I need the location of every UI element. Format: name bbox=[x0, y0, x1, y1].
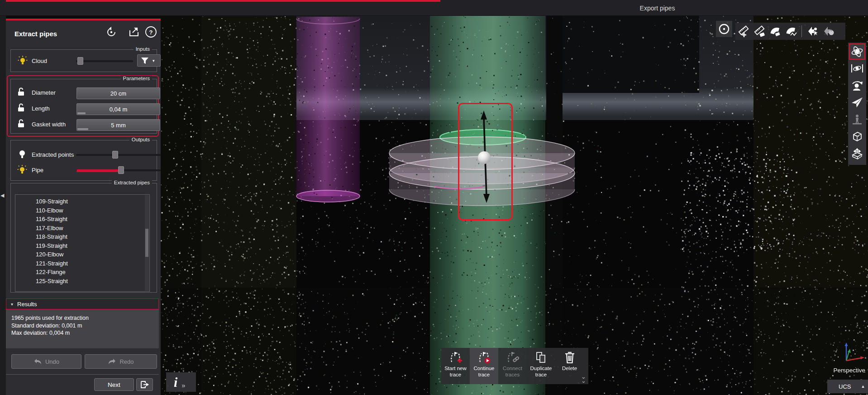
chevron-down-icon: ▾ bbox=[11, 302, 13, 307]
list-item[interactable]: 121-Straight bbox=[15, 259, 149, 268]
filter-caret-icon: ▾ bbox=[153, 58, 155, 63]
list-item[interactable]: 125-Straight bbox=[15, 277, 149, 286]
pipe-opacity-slider[interactable] bbox=[76, 169, 161, 171]
select-annotation-button[interactable] bbox=[805, 23, 820, 40]
export-step-button[interactable] bbox=[136, 378, 153, 391]
orbit-button[interactable] bbox=[849, 43, 865, 60]
extracted-points-slider[interactable] bbox=[76, 154, 161, 156]
trace-btn-label: Start new trace bbox=[444, 366, 467, 378]
point-cloud-viewport[interactable] bbox=[161, 16, 868, 395]
undo-icon bbox=[33, 358, 42, 365]
cloud-filter-dropdown[interactable]: ▾ bbox=[137, 54, 161, 67]
look-around-button[interactable] bbox=[849, 77, 865, 94]
gasket-width-input[interactable]: 5 mm bbox=[76, 119, 160, 131]
delete-trace-button[interactable]: Delete bbox=[555, 348, 584, 384]
constrained-orbit-button[interactable] bbox=[849, 60, 865, 77]
svg-text:?: ? bbox=[149, 29, 153, 36]
list-item[interactable]: 116-Straight bbox=[15, 215, 149, 224]
list-item[interactable]: 110-Elbow bbox=[15, 206, 149, 215]
walk-button[interactable] bbox=[849, 111, 865, 128]
result-points-line: 1965 points used for extraction bbox=[11, 314, 159, 322]
next-button[interactable]: Next bbox=[94, 378, 134, 391]
list-item[interactable]: 109-Straight bbox=[15, 197, 149, 206]
length-fill bbox=[77, 112, 86, 114]
inputs-legend: Inputs bbox=[134, 46, 152, 52]
unlock-icon[interactable] bbox=[17, 119, 25, 128]
fly-button[interactable] bbox=[849, 94, 865, 111]
measure-angle-remove-button[interactable] bbox=[767, 23, 783, 40]
list-scrollbar[interactable] bbox=[145, 195, 149, 291]
extracted-points-label: Extracted points bbox=[32, 151, 74, 158]
ucs-selector[interactable]: UCS ▲ bbox=[827, 380, 868, 393]
axis-gizmo[interactable] bbox=[834, 340, 866, 366]
list-item[interactable]: 120-Elbow bbox=[15, 250, 149, 259]
pipe-slider-fill bbox=[76, 169, 121, 172]
pipe-opacity-thumb[interactable] bbox=[118, 166, 124, 174]
list-item[interactable]: 117-Elbow bbox=[15, 224, 149, 233]
cloud-opacity-slider[interactable] bbox=[76, 60, 133, 62]
duplicate-trace-icon bbox=[534, 351, 548, 364]
diameter-label: Diameter bbox=[32, 89, 56, 96]
length-input[interactable]: 0,04 m bbox=[76, 103, 160, 115]
continue-trace-button[interactable]: Continue trace bbox=[470, 348, 498, 384]
bulb-off-icon[interactable] bbox=[19, 149, 26, 159]
chevron-up-icon: ▲ bbox=[861, 384, 865, 389]
filter-funnel-icon bbox=[140, 56, 150, 65]
share-view-button[interactable] bbox=[128, 26, 140, 38]
delete-icon bbox=[563, 351, 577, 364]
panel-collapse-arrow[interactable]: ◀ bbox=[0, 193, 4, 198]
pick-point-icon bbox=[718, 23, 730, 35]
diameter-value: 20 cm bbox=[110, 90, 126, 97]
undo-label: Undo bbox=[45, 358, 59, 365]
list-scrollbar-thumb[interactable] bbox=[145, 229, 148, 257]
toolbar-collapse-chevrons[interactable]: ⌄ ⌄ bbox=[581, 375, 586, 383]
annotation-pointer-icon bbox=[806, 25, 819, 37]
projection-mode-label[interactable]: Perspective bbox=[824, 367, 865, 374]
redo-button[interactable]: Redo bbox=[85, 354, 157, 369]
extracted-pipes-list[interactable]: 109-Straight 110-Elbow 116-Straight 117-… bbox=[15, 194, 150, 292]
info-button[interactable]: i » bbox=[166, 372, 196, 392]
list-item[interactable]: 122-Flange bbox=[15, 268, 149, 277]
manipulator-sphere-handle[interactable] bbox=[478, 151, 491, 164]
unlock-icon[interactable] bbox=[17, 103, 25, 112]
constrained-orbit-icon bbox=[851, 63, 863, 74]
move-section-box-button[interactable] bbox=[849, 145, 865, 162]
unlock-icon[interactable] bbox=[17, 87, 25, 96]
pick-point-button[interactable] bbox=[716, 21, 732, 37]
toolbar-separator bbox=[801, 25, 802, 37]
list-item[interactable]: 118-Straight bbox=[15, 232, 149, 241]
navigation-toolbar bbox=[848, 43, 866, 165]
measure-distance-add-button[interactable] bbox=[735, 23, 751, 40]
info-icon: i bbox=[174, 375, 177, 390]
inputs-group: Inputs Cloud ▾ bbox=[10, 49, 157, 72]
ruler-add-icon bbox=[738, 25, 749, 37]
active-tab-accent bbox=[6, 0, 440, 2]
measure-angle-polyline-button[interactable] bbox=[783, 23, 799, 40]
diameter-input[interactable]: 20 cm bbox=[76, 87, 160, 99]
results-header[interactable]: ▾ Results bbox=[6, 299, 159, 309]
tab-export-pipes[interactable]: Export pipes bbox=[602, 0, 713, 16]
duplicate-trace-button[interactable]: Duplicate trace bbox=[527, 348, 555, 384]
results-title: Results bbox=[17, 301, 37, 308]
section-box-button[interactable] bbox=[849, 128, 865, 145]
expand-info-icon[interactable]: » bbox=[181, 381, 185, 389]
measure-distance-remove-button[interactable] bbox=[751, 23, 767, 40]
export-step-icon bbox=[140, 381, 149, 389]
connect-traces-button[interactable]: Connect traces bbox=[498, 348, 527, 384]
start-new-trace-button[interactable]: Start new trace bbox=[441, 348, 470, 384]
annotation-tag-button[interactable] bbox=[820, 23, 836, 40]
cloud-opacity-thumb[interactable] bbox=[77, 57, 83, 65]
trace-btn-label: Connect traces bbox=[503, 366, 522, 378]
bulb-on-icon[interactable] bbox=[17, 164, 27, 175]
undo-button[interactable]: Undo bbox=[11, 354, 81, 369]
extracted-points-thumb[interactable] bbox=[112, 151, 118, 159]
reset-button[interactable] bbox=[105, 26, 117, 38]
result-stddev-line: Standard deviation: 0,001 m bbox=[11, 322, 159, 330]
move-section-box-icon bbox=[851, 148, 863, 159]
bulb-on-icon[interactable] bbox=[18, 55, 28, 66]
list-item[interactable]: 119-Straight bbox=[15, 241, 149, 250]
protractor-eraser-icon bbox=[769, 25, 781, 37]
trace-btn-label: Delete bbox=[562, 366, 577, 372]
help-button[interactable]: ? bbox=[145, 26, 157, 38]
parameters-legend: Parameters bbox=[121, 76, 152, 81]
